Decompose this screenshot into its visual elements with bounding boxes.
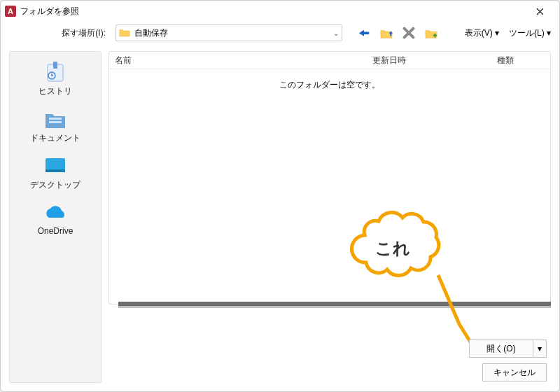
horizontal-scrollbar[interactable] <box>108 303 551 310</box>
close-icon <box>536 8 544 15</box>
tools-menu[interactable]: ツール(L) ▾ <box>509 27 551 39</box>
folder-icon <box>119 28 130 38</box>
up-folder-icon <box>380 27 393 38</box>
svg-rect-6 <box>46 169 65 172</box>
svg-rect-1 <box>53 62 57 69</box>
app-icon <box>5 6 16 17</box>
open-button-row: 開く(O) ▾ <box>469 340 547 358</box>
column-type[interactable]: 種類 <box>491 55 550 66</box>
look-in-row: 探す場所(I): 自動保存 ⌄ 表示(V) ▾ ツール(L) ▾ <box>1 22 559 48</box>
history-icon <box>43 62 67 83</box>
sidebar-item-label: OneDrive <box>38 226 74 236</box>
cancel-button[interactable]: キャンセル <box>482 363 547 382</box>
look-in-value: 自動保存 <box>134 27 168 39</box>
documents-icon <box>43 108 67 130</box>
delete-button[interactable] <box>402 27 415 39</box>
sidebar-item-desktop[interactable]: デスクトップ <box>10 151 101 198</box>
sidebar-item-label: デスクトップ <box>30 179 80 191</box>
onedrive-icon <box>43 202 67 223</box>
column-date[interactable]: 更新日時 <box>367 55 491 66</box>
open-button-dropdown[interactable]: ▾ <box>533 340 547 358</box>
dialog-window: フォルダを参照 探す場所(I): 自動保存 ⌄ <box>0 0 560 392</box>
look-in-dropdown[interactable]: 自動保存 ⌄ <box>115 24 342 41</box>
nav-icons <box>358 27 438 39</box>
column-name[interactable]: 名前 <box>109 55 367 66</box>
back-arrow-icon <box>358 29 370 38</box>
open-button[interactable]: 開く(O) <box>469 340 533 358</box>
look-in-label: 探す場所(I): <box>9 27 110 39</box>
column-headers: 名前 更新日時 種類 <box>109 52 550 69</box>
places-sidebar: ヒストリ ドキュメント デスクトップ OneDrive <box>9 51 102 383</box>
chevron-down-icon: ⌄ <box>333 29 339 37</box>
empty-folder-message: このフォルダーは空です。 <box>109 69 550 91</box>
up-folder-button[interactable] <box>380 27 393 39</box>
back-button[interactable] <box>358 27 370 39</box>
new-folder-button[interactable] <box>425 27 438 39</box>
dialog-buttons: 開く(O) ▾ キャンセル <box>469 340 547 382</box>
title-bar: フォルダを参照 <box>1 1 559 22</box>
view-menu[interactable]: 表示(V) ▾ <box>465 27 499 39</box>
right-toolbar: 表示(V) ▾ ツール(L) ▾ <box>465 27 551 39</box>
dialog-title: フォルダを参照 <box>20 6 524 18</box>
svg-rect-4 <box>49 121 62 123</box>
delete-x-icon <box>402 27 415 39</box>
sidebar-item-history[interactable]: ヒストリ <box>10 57 101 104</box>
sidebar-item-label: ドキュメント <box>30 132 80 144</box>
desktop-icon <box>43 155 67 176</box>
file-list-area: 名前 更新日時 種類 このフォルダーは空です。 <box>108 51 551 304</box>
svg-rect-3 <box>49 118 62 120</box>
caret-down-icon: ▾ <box>538 344 542 354</box>
sidebar-item-documents[interactable]: ドキュメント <box>10 104 101 151</box>
close-button[interactable] <box>524 1 555 22</box>
sidebar-item-onedrive[interactable]: OneDrive <box>10 198 101 243</box>
new-folder-icon <box>425 27 438 38</box>
sidebar-item-label: ヒストリ <box>38 85 72 97</box>
